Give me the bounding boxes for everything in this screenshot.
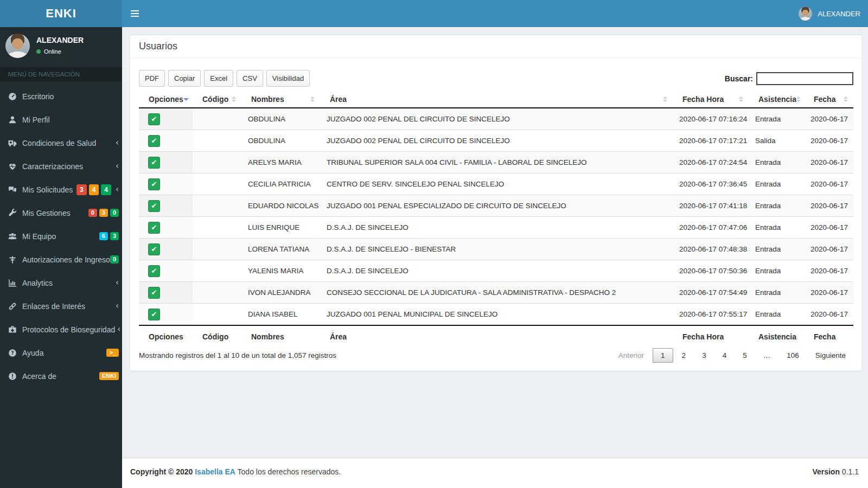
sidebar-item-label: Caracterizaciones xyxy=(22,162,83,171)
check-icon: ✔ xyxy=(151,181,157,188)
column-header-c-digo[interactable]: Código xyxy=(193,91,241,108)
check-button[interactable]: ✔ xyxy=(148,135,160,147)
sidebar-item-label: Autorizaciones de Ingreso xyxy=(22,255,110,264)
search-input[interactable] xyxy=(756,72,853,85)
page-title: Usuarios xyxy=(139,41,177,52)
check-button[interactable]: ✔ xyxy=(148,200,160,212)
search-label: Buscar: xyxy=(725,74,753,83)
codigo-cell xyxy=(193,260,241,282)
table-row: ✔OBDULINAJUZGADO 002 PENAL DEL CIRCUITO … xyxy=(139,130,853,152)
asistencia-cell: Entrada xyxy=(749,108,804,130)
sidebar-item-mi-perfil[interactable]: Mi Perfil xyxy=(0,108,122,131)
fecha-hora-cell: 2020-06-17 07:41:18 xyxy=(673,195,749,217)
pagination-page-4[interactable]: 4 xyxy=(715,348,735,363)
area-cell: JUZGADO 002 PENAL DEL CIRCUITO DE SINCEL… xyxy=(320,130,673,152)
badge: 0 xyxy=(110,255,119,264)
fecha-hora-cell: 2020-06-17 07:47:06 xyxy=(673,217,749,239)
pagination-ellipsis: … xyxy=(756,348,778,363)
nombres-cell: EDUARDO NICOLAS xyxy=(241,195,320,217)
asistencia-cell: Salida xyxy=(749,130,804,152)
sidebar-item-mis-gestiones[interactable]: Mis Gestiones030 xyxy=(0,201,122,224)
sidebar-item-caracterizaciones[interactable]: Caracterizaciones‹ xyxy=(0,155,122,178)
codigo-cell xyxy=(193,282,241,304)
pagination-previous[interactable]: Anterior xyxy=(611,348,652,363)
sidebar-item-acerca-de[interactable]: Acerca deENKI xyxy=(0,364,122,388)
check-icon: ✔ xyxy=(151,289,157,296)
pagination-page-2[interactable]: 2 xyxy=(674,348,694,363)
column-header--rea[interactable]: Área xyxy=(320,91,673,108)
user-icon xyxy=(8,115,22,124)
nombres-cell: IVON ALEJANDRA xyxy=(241,282,320,304)
check-icon: ✔ xyxy=(151,137,157,144)
opciones-cell: ✔ xyxy=(139,282,193,304)
sidebar-item-enlaces-de-inter-s[interactable]: Enlaces de Interés‹ xyxy=(0,294,122,318)
sidebar-user-name: ALEXANDER xyxy=(36,36,84,44)
sidebar-toggle-icon[interactable] xyxy=(122,0,147,27)
badge: >_ xyxy=(106,349,119,357)
copiar-button[interactable]: Copiar xyxy=(168,70,201,87)
sidebar-item-ayuda[interactable]: ?Ayuda>_ xyxy=(0,341,122,364)
table-header-row: OpcionesCódigoNombresÁreaFecha HoraAsist… xyxy=(139,91,853,108)
column-footer--rea: Área xyxy=(320,325,673,346)
sidebar-item-condiciones-de-salud[interactable]: Condiciones de Salud‹ xyxy=(0,131,122,155)
check-button[interactable]: ✔ xyxy=(148,222,160,234)
pagination-page-3[interactable]: 3 xyxy=(694,348,714,363)
sidebar-item-protocolos-de-bioseguridad[interactable]: Protocolos de Bioseguridad‹ xyxy=(0,318,122,341)
search-area: Buscar: xyxy=(725,72,853,85)
navbar-user-menu[interactable]: ALEXANDER xyxy=(793,0,868,27)
sidebar-item-escritorio[interactable]: Escritorio xyxy=(0,85,122,108)
pagination-page-106[interactable]: 106 xyxy=(779,348,807,363)
sidebar-item-label: Mi Perfil xyxy=(22,115,50,124)
check-icon: ✔ xyxy=(151,115,157,123)
column-header-nombres[interactable]: Nombres xyxy=(241,91,320,108)
pagination-page-5[interactable]: 5 xyxy=(735,348,755,363)
sidebar: ALEXANDER Online MENÚ DE NAVEGACIÓN Escr… xyxy=(0,27,122,488)
excel-button[interactable]: Excel xyxy=(204,70,233,87)
sidebar-item-mi-equipo[interactable]: Mi Equipo63 xyxy=(0,224,122,248)
codigo-cell xyxy=(193,239,241,260)
badge: ENKI xyxy=(99,372,119,380)
usuarios-box: Usuarios PDFCopiarExcelCSVVisibilidad Bu… xyxy=(130,34,861,371)
column-footer-c-digo: Código xyxy=(193,325,241,346)
csv-button[interactable]: CSV xyxy=(237,70,263,87)
brand-logo[interactable]: ENKI xyxy=(0,0,122,27)
badge: 3 xyxy=(110,232,119,240)
fecha-cell: 2020-06-17 xyxy=(804,282,853,304)
sidebar-item-analytics[interactable]: Analytics‹ xyxy=(0,271,122,294)
table-row: ✔CECILIA PATRICIACENTRO DE SERV. SINCELE… xyxy=(139,174,853,195)
opciones-cell: ✔ xyxy=(139,108,193,130)
pagination-next[interactable]: Siguiente xyxy=(808,348,853,363)
column-header-opciones[interactable]: Opciones xyxy=(139,91,193,108)
sidebar-item-label: Enlaces de Interés xyxy=(22,302,85,311)
sort-icon xyxy=(232,97,239,102)
brand-link[interactable]: Isabella EA xyxy=(195,467,235,476)
medkit-icon xyxy=(8,325,22,334)
column-header-asistencia[interactable]: Asistencia xyxy=(749,91,804,108)
pdf-button[interactable]: PDF xyxy=(139,70,165,87)
sidebar-item-mis-solicitudes[interactable]: Mis Solicitudes344‹ xyxy=(0,178,122,201)
check-button[interactable]: ✔ xyxy=(148,287,160,299)
opciones-cell: ✔ xyxy=(139,217,193,239)
table-footer-row: OpcionesCódigoNombresÁreaFecha HoraAsist… xyxy=(139,325,853,346)
sidebar-item-label: Escritorio xyxy=(22,92,54,101)
pagination: Anterior12345…106Siguiente xyxy=(610,348,853,363)
column-header-fecha[interactable]: Fecha xyxy=(804,91,853,108)
check-button[interactable]: ✔ xyxy=(148,243,160,255)
check-button[interactable]: ✔ xyxy=(148,265,160,277)
check-button[interactable]: ✔ xyxy=(148,157,160,169)
codigo-cell xyxy=(193,217,241,239)
visibilidad-button[interactable]: Visibilidad xyxy=(266,70,310,87)
sidebar-item-autorizaciones-de-ingreso[interactable]: Autorizaciones de Ingreso0 xyxy=(0,248,122,271)
column-header-fecha-hora[interactable]: Fecha Hora xyxy=(673,91,749,108)
area-cell: TRIBUNAL SUPERIOR SALA 004 CIVIL - FAMIL… xyxy=(320,152,673,174)
check-button[interactable]: ✔ xyxy=(148,113,160,125)
usuarios-table: OpcionesCódigoNombresÁreaFecha HoraAsist… xyxy=(139,91,853,346)
fecha-cell: 2020-06-17 xyxy=(804,239,853,260)
check-button[interactable]: ✔ xyxy=(148,309,160,320)
pagination-page-1[interactable]: 1 xyxy=(653,348,673,363)
check-button[interactable]: ✔ xyxy=(148,178,160,190)
users-icon xyxy=(8,232,22,241)
opciones-cell: ✔ xyxy=(139,260,193,282)
chevron-left-icon: ‹ xyxy=(117,325,120,333)
fecha-cell: 2020-06-17 xyxy=(804,108,853,130)
